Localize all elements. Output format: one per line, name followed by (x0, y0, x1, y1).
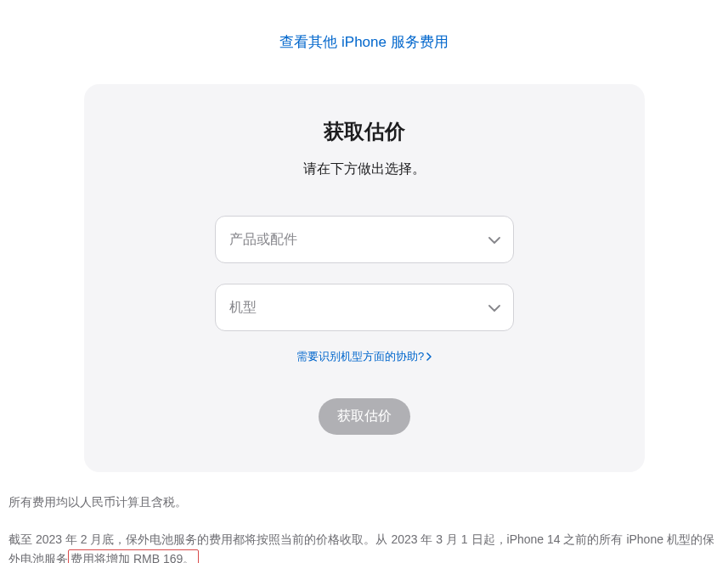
card-title: 获取估价 (324, 118, 405, 145)
model-select-row: 机型 (215, 284, 514, 331)
footnote-currency: 所有费用均以人民币计算且含税。 (8, 493, 720, 511)
product-select-row: 产品或配件 (215, 216, 514, 263)
top-link-container: 查看其他 iPhone 服务费用 (8, 0, 720, 76)
estimate-card: 获取估价 请在下方做出选择。 产品或配件 机型 需要识别机型方面的协助? 获取估… (84, 84, 645, 472)
get-estimate-button[interactable]: 获取估价 (319, 398, 410, 435)
product-select[interactable]: 产品或配件 (215, 216, 514, 263)
help-link-label: 需要识别机型方面的协助? (296, 349, 424, 364)
card-subtitle: 请在下方做出选择。 (303, 160, 426, 178)
help-link-container: 需要识别机型方面的协助? (296, 348, 432, 364)
chevron-right-icon (426, 351, 432, 363)
footnote-price-notice: 截至 2023 年 2 月底，保外电池服务的费用都将按照当前的价格收取。从 20… (8, 530, 720, 563)
other-service-fees-link[interactable]: 查看其他 iPhone 服务费用 (279, 34, 448, 50)
identify-model-help-link[interactable]: 需要识别机型方面的协助? (296, 349, 432, 364)
model-select[interactable]: 机型 (215, 284, 514, 331)
price-increase-highlight: 费用将增加 RMB 169。 (68, 549, 199, 563)
